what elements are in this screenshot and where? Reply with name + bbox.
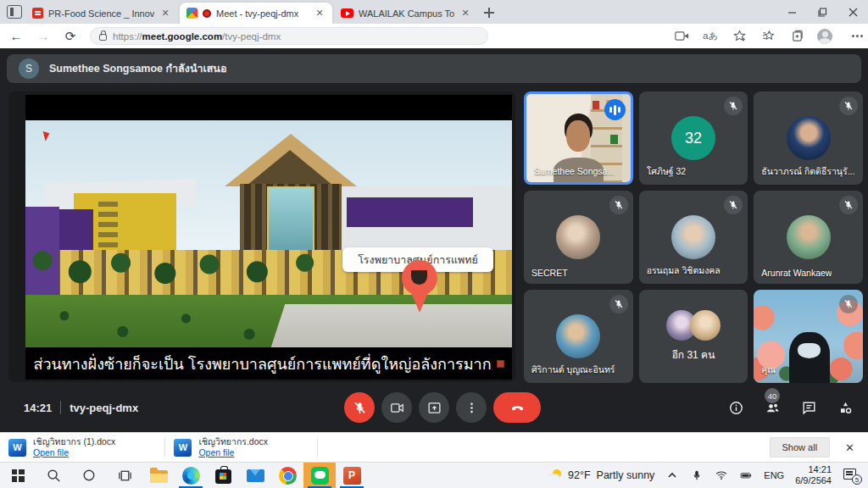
- tab-strip: PR-Food Science _ Innovation_6 Meet - tv…: [0, 0, 868, 24]
- profile-avatar[interactable]: [817, 29, 832, 44]
- wifi-icon[interactable]: [715, 469, 728, 482]
- word-doc-icon: W: [8, 439, 26, 457]
- line-app-icon[interactable]: [303, 463, 336, 488]
- camera-toggle-button[interactable]: [381, 392, 412, 423]
- building-right-purple-band: [347, 197, 473, 227]
- weather-temp: 92°F: [568, 469, 591, 481]
- task-view-icon[interactable]: [107, 463, 142, 488]
- plaza-walkway: [271, 304, 512, 347]
- weather-text: Partly sunny: [597, 469, 655, 481]
- refresh-icon[interactable]: ⟳: [59, 27, 81, 46]
- taskbar-clock[interactable]: 14:21 6/9/2564: [795, 464, 832, 486]
- meeting-time: 14:21: [24, 402, 52, 414]
- activities-icon[interactable]: [836, 398, 854, 417]
- download-filename: เชิญวิทยากร.docx: [198, 436, 268, 447]
- forward-icon[interactable]: →: [32, 27, 54, 46]
- meeting-code: tvy-peqj-dmx: [70, 402, 138, 414]
- edge-icon[interactable]: [175, 463, 207, 488]
- participant-tile[interactable]: ธันวาภรณ์ กิตติธีรานุรั...: [754, 92, 863, 185]
- presenter-avatar: S: [19, 58, 39, 79]
- file-explorer-icon[interactable]: [142, 463, 175, 488]
- meeting-info: 14:21 tvy-peqj-dmx: [24, 401, 138, 414]
- battery-icon[interactable]: [739, 469, 753, 482]
- info-icon[interactable]: [726, 398, 745, 417]
- language-indicator[interactable]: ENG: [764, 470, 784, 480]
- open-file-link[interactable]: Open file: [198, 447, 268, 458]
- tab-pdf[interactable]: PR-Food Science _ Innovation_6: [25, 3, 178, 24]
- tab-youtube[interactable]: WALAILAK Campus Tour (Unsee: [334, 3, 478, 24]
- participant-tile-sumethee[interactable]: Sumethee Songsa...: [524, 92, 633, 185]
- settings-more-icon[interactable]: [844, 28, 861, 45]
- call-controls: [344, 392, 541, 423]
- people-icon[interactable]: 40: [763, 398, 782, 417]
- hang-up-button[interactable]: [493, 392, 541, 423]
- url-text: https://meet.google.com/tvy-peqj-dmx: [113, 31, 281, 42]
- microsoft-store-icon[interactable]: [207, 463, 239, 488]
- participant-tile[interactable]: ศิริกานต์ บุญณะอินทร์: [524, 290, 633, 383]
- show-all-button[interactable]: Show all: [770, 437, 831, 458]
- participant-tile[interactable]: Arunrat Wankaew: [754, 191, 863, 284]
- tab-title: PR-Food Science _ Innovation_6: [48, 8, 154, 19]
- collections-icon[interactable]: [788, 28, 805, 45]
- audio-speaking-icon: [604, 99, 626, 120]
- vertical-tabs-icon[interactable]: [7, 5, 22, 19]
- presentation-tile[interactable]: โรงพยาบาลศูนย์การแพทย์ ส่วนทางฝั่งซ้ายก็…: [8, 92, 515, 382]
- download-item[interactable]: W เชิญวิทยากร.docx Open file: [165, 433, 317, 462]
- tray-mic-icon[interactable]: [690, 469, 704, 482]
- participant-name: โศภิษฐ์ 32: [647, 164, 687, 179]
- people-count-badge: 40: [765, 388, 780, 403]
- participant-tile-you[interactable]: คุณ: [754, 290, 863, 383]
- caption-marker: [497, 360, 504, 368]
- weather-widget[interactable]: 92°F Partly sunny: [547, 469, 654, 482]
- mic-off-icon: [609, 295, 628, 313]
- video-red-decor: [593, 101, 599, 109]
- download-item[interactable]: W เชิญวิทยากร (1).docx Open file: [0, 433, 164, 462]
- cortana-icon[interactable]: [71, 463, 107, 488]
- chat-icon[interactable]: [799, 398, 818, 417]
- present-button[interactable]: [419, 392, 449, 423]
- action-center-icon[interactable]: 5: [843, 468, 860, 483]
- new-tab-icon[interactable]: [481, 5, 497, 20]
- avatar: [671, 215, 715, 259]
- overflow-avatars: [666, 310, 721, 341]
- download-filename: เชิญวิทยากร (1).docx: [33, 436, 115, 447]
- tab-close-icon[interactable]: [314, 8, 326, 19]
- search-icon[interactable]: [36, 463, 71, 488]
- participant-tile[interactable]: 32 โศภิษฐ์ 32: [639, 92, 748, 185]
- divider: [317, 438, 318, 457]
- powerpoint-icon[interactable]: P: [336, 463, 368, 488]
- tab-close-icon[interactable]: [159, 8, 171, 19]
- close-icon[interactable]: [837, 0, 868, 24]
- open-file-link[interactable]: Open file: [33, 447, 115, 458]
- tray-expand-icon[interactable]: [665, 469, 679, 482]
- lock-icon[interactable]: [99, 34, 107, 41]
- start-button[interactable]: [0, 463, 36, 488]
- tab-meet[interactable]: Meet - tvy-peqj-dmx: [180, 3, 332, 24]
- avatar: [787, 116, 831, 160]
- participant-tile[interactable]: อรนฤมล วิชิตมงคล: [639, 191, 748, 284]
- participant-name: Sumethee Songsa...: [534, 166, 615, 176]
- camera-indicator-icon[interactable]: [673, 28, 690, 45]
- back-icon[interactable]: ←: [5, 27, 27, 46]
- pdf-file-icon: [32, 8, 43, 19]
- participant-tile-overflow[interactable]: อีก 31 คน: [639, 290, 748, 383]
- tab-recording-icon: [203, 9, 211, 18]
- meeting-panels: 40: [726, 398, 854, 417]
- favorites-bar-icon[interactable]: [760, 28, 776, 45]
- participant-tile[interactable]: SECRET: [524, 191, 633, 284]
- favorite-add-icon[interactable]: [731, 28, 748, 45]
- chrome-icon[interactable]: [271, 463, 303, 488]
- translate-icon[interactable]: aあ: [702, 28, 719, 45]
- mic-off-icon: [839, 196, 858, 214]
- mail-icon[interactable]: [239, 463, 271, 488]
- mic-toggle-button[interactable]: [344, 392, 375, 423]
- participant-name: Arunrat Wankaew: [761, 268, 832, 278]
- more-options-button[interactable]: [456, 392, 487, 423]
- minimize-icon[interactable]: [776, 0, 807, 24]
- system-tray: 92°F Partly sunny ENG 14:21 6/9/2564 5: [547, 463, 868, 488]
- tab-close-icon[interactable]: [459, 8, 471, 19]
- maximize-icon[interactable]: [807, 0, 837, 24]
- weather-icon: [547, 469, 562, 482]
- address-bar[interactable]: https://meet.google.com/tvy-peqj-dmx: [90, 27, 488, 45]
- downloads-close-icon[interactable]: ✕: [845, 441, 854, 454]
